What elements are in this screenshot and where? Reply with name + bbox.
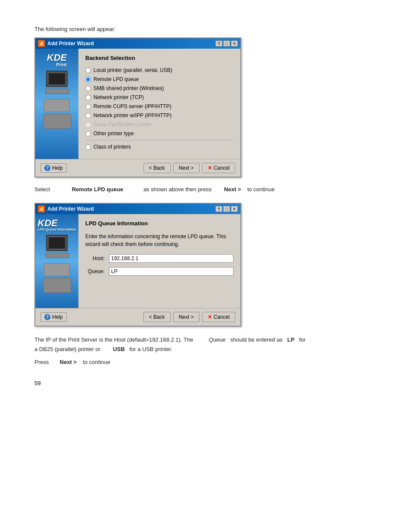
next-label-2: Next >	[179, 314, 194, 320]
monitor-screen-2	[49, 237, 65, 249]
bottom-text-line1: The IP of the Print Server is the Host (…	[34, 336, 193, 343]
bottom-text: The IP of the Print Server is the Host (…	[34, 335, 377, 367]
help-icon-2: ?	[44, 314, 50, 320]
host-row: Host:	[85, 254, 234, 263]
cancel-label-2: Cancel	[214, 314, 230, 320]
description-text-2: Enter the information concerning the rem…	[85, 233, 234, 248]
radio-network-tcp-label: Network printer (TCP)	[93, 94, 144, 100]
radio-smb: SMB shared printer (Windows)	[85, 85, 234, 91]
page-number: 59	[34, 380, 377, 386]
radio-smb-input[interactable]	[85, 86, 91, 91]
radio-other-label: Other printer type	[93, 131, 134, 137]
wizard-window-2: 🖨 Add Printer Wizard ? □ × KDELPD Queue …	[34, 203, 241, 327]
select-highlight: Remote LPD queue	[72, 186, 123, 193]
radio-class: Class of printers	[85, 144, 234, 150]
radio-serial-fax-label: Serial Fax/Modem printer	[93, 121, 152, 128]
titlebar-controls-2: ? □ ×	[215, 206, 238, 212]
usb-val: USB	[113, 346, 125, 352]
wizard-content-1: Backend Selection Local printer (paralle…	[78, 49, 240, 159]
separator-1	[85, 140, 234, 140]
keyboard-2	[45, 253, 69, 258]
bottom-line-2: a DB25 (parallel) printer or USB for a U…	[34, 345, 377, 354]
bottom-line-1: The IP of the Print Server is the Host (…	[34, 335, 377, 345]
queue-label: Queue:	[85, 268, 105, 274]
select-next: Next >	[224, 186, 241, 193]
wizard-content-2: LPD Queue Information Enter the informat…	[78, 214, 240, 308]
select-line: Select Remote LPD queue as shown above t…	[34, 186, 377, 193]
radio-class-input[interactable]	[85, 144, 91, 150]
press-line: Press Next > to continue	[34, 358, 377, 367]
radio-class-label: Class of printers	[93, 144, 131, 150]
next-button-2[interactable]: Next >	[173, 312, 199, 322]
radio-network-ipp-input[interactable]	[85, 113, 91, 118]
help-button-1[interactable]: ? Help	[40, 163, 67, 173]
titlebar-2: 🖨 Add Printer Wizard ? □ ×	[35, 204, 240, 214]
printer-device-2	[43, 114, 71, 129]
section-title-2: LPD Queue Information	[85, 220, 234, 227]
keyboard-1	[45, 89, 69, 94]
wizard-icon-1: 🖨	[38, 40, 45, 47]
close-btn-1[interactable]: ×	[231, 40, 238, 47]
queue-note: Queue	[209, 336, 226, 343]
back-button-2[interactable]: < Back	[143, 312, 171, 322]
wizard-footer-1: ? Help < Back Next > ✕ Cancel	[35, 159, 240, 177]
radio-remote-lpd-input[interactable]	[85, 77, 91, 82]
queue-input[interactable]	[109, 267, 234, 276]
wizard-sidebar-2: KDELPD Queue Information	[35, 214, 78, 308]
press-next: Next >	[60, 359, 77, 365]
radio-serial-fax: Serial Fax/Modem printer	[85, 121, 234, 128]
queue-row: Queue:	[85, 267, 234, 276]
wizard-body-2: KDELPD Queue Information LPD Queue Infor…	[35, 214, 240, 308]
monitor-1	[46, 71, 68, 87]
radio-serial-fax-input	[85, 122, 91, 128]
radio-local-label: Local printer (parallel, serial, USB)	[93, 67, 172, 73]
radio-other-input[interactable]	[85, 131, 91, 137]
radio-remote-lpd-label: Remote LPD queue	[93, 76, 139, 82]
back-label-1: < Back	[149, 165, 165, 171]
titlebar-controls-1: ? □ ×	[215, 40, 238, 47]
printer-device-1	[44, 99, 70, 112]
intro-text: The following screen will appear:	[34, 26, 377, 32]
select-middle: as shown above then press	[143, 186, 212, 193]
select-suffix: to continue	[247, 186, 275, 193]
section-title-1: Backend Selection	[85, 55, 234, 61]
radio-cups-input[interactable]	[85, 104, 91, 109]
radio-cups-label: Remote CUPS server (IPP/HTTP)	[93, 103, 171, 109]
wizard-title-2: Add Printer Wizard	[47, 206, 94, 212]
wizard-title-1: Add Printer Wizard	[47, 40, 94, 47]
help-titlebar-btn-2[interactable]: ?	[215, 206, 222, 212]
radio-network-ipp: Network printer w/IPP (IPP/HTTP)	[85, 112, 234, 118]
host-input[interactable]	[109, 254, 234, 263]
cancel-button-2[interactable]: ✕ Cancel	[202, 312, 235, 322]
help-label-1: Help	[52, 165, 63, 171]
sidebar-illustration-2	[40, 235, 74, 304]
help-icon-1: ?	[44, 165, 50, 171]
back-button-1[interactable]: < Back	[143, 163, 171, 173]
monitor-screen-1	[49, 73, 65, 84]
next-label-1: Next >	[179, 165, 194, 171]
help-titlebar-btn-1[interactable]: ?	[215, 40, 222, 47]
radio-cups: Remote CUPS server (IPP/HTTP)	[85, 103, 234, 109]
radio-local-input[interactable]	[85, 68, 91, 73]
monitor-2	[46, 235, 68, 251]
select-prefix: Select	[34, 186, 50, 193]
footer-left-1: ? Help	[40, 163, 67, 173]
next-button-1[interactable]: Next >	[173, 163, 199, 173]
cancel-x-2: ✕	[208, 314, 212, 320]
help-label-2: Help	[52, 314, 63, 320]
printer-device-4	[43, 278, 71, 293]
minimize-btn-2[interactable]: □	[223, 206, 230, 212]
help-button-2[interactable]: ? Help	[40, 312, 67, 322]
radio-network-tcp-input[interactable]	[85, 95, 91, 100]
close-btn-2[interactable]: ×	[231, 206, 238, 212]
footer-left-2: ? Help	[40, 312, 67, 322]
cancel-button-1[interactable]: ✕ Cancel	[202, 163, 235, 173]
footer-right-2: < Back Next > ✕ Cancel	[143, 312, 235, 322]
wizard-icon-2: 🖨	[38, 205, 45, 212]
host-label: Host:	[85, 255, 105, 261]
minimize-btn-1[interactable]: □	[223, 40, 230, 47]
kde-logo-1: KDEPrint	[47, 53, 67, 67]
radio-smb-label: SMB shared printer (Windows)	[93, 85, 164, 91]
kde-logo-2: KDELPD Queue Information	[37, 218, 76, 231]
radio-other: Other printer type	[85, 131, 234, 137]
